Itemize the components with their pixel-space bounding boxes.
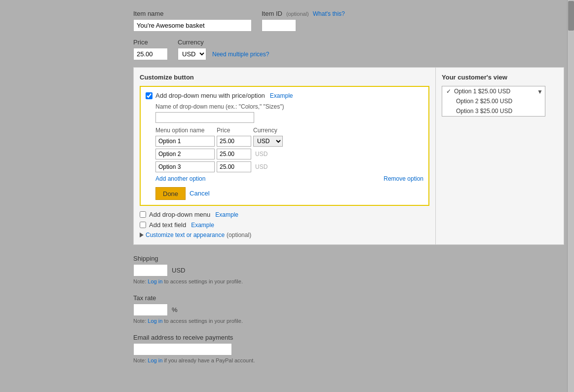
currency-select[interactable]: USD EUR GBP: [178, 48, 206, 60]
add-dropdown-menu-example-link[interactable]: Example: [215, 211, 238, 218]
shipping-input[interactable]: [133, 264, 168, 276]
cv-option-2[interactable]: Option 2 $25.00 USD: [442, 96, 545, 106]
item-name-label: Item name: [133, 10, 252, 17]
shipping-unit: USD: [172, 267, 185, 274]
email-log-in-link[interactable]: Log in: [148, 357, 162, 363]
col-currency-header: Currency: [253, 127, 288, 134]
cv-option-3[interactable]: Option 3 $25.00 USD: [442, 106, 545, 116]
add-dropdown-price-checkbox[interactable]: [146, 92, 153, 99]
cv-option-1[interactable]: ✓ Option 1 $25.00 USD: [442, 86, 545, 96]
currency-label: Currency: [178, 39, 269, 46]
shipping-log-in-link[interactable]: Log in: [148, 278, 162, 284]
customize-panel-title: Customize button: [140, 74, 429, 81]
option-1-currency-select[interactable]: USD EUR: [253, 136, 283, 147]
option-3-name-input[interactable]: [155, 161, 215, 172]
col-name-header: Menu option name: [155, 127, 215, 134]
add-text-field-checkbox[interactable]: [140, 222, 146, 228]
dropdown-name-input[interactable]: [155, 112, 254, 123]
add-text-field-label: Add text field: [149, 221, 186, 229]
shipping-label: Shipping: [133, 255, 564, 262]
whats-this-link[interactable]: What's this?: [313, 10, 345, 17]
customize-text-link[interactable]: Customize text or appearance: [146, 232, 225, 238]
add-dropdown-price-example-link[interactable]: Example: [270, 92, 293, 99]
item-id-optional: (optional): [286, 11, 309, 17]
option-2-name-input[interactable]: [155, 149, 215, 159]
tax-rate-label: Tax rate: [133, 294, 564, 302]
email-note-rest: if you already have a PayPal account.: [164, 357, 255, 363]
option-2-price-input[interactable]: [217, 149, 251, 159]
email-label: Email address to receive payments: [133, 334, 564, 341]
add-another-option-link[interactable]: Add another option: [155, 175, 205, 182]
scrollbar-thumb[interactable]: [568, 1, 574, 31]
tax-note: Note:: [133, 318, 146, 324]
customer-view-dropdown[interactable]: ✓ Option 1 $25.00 USD Option 2 $25.00 US…: [442, 86, 545, 117]
option-1-price-input[interactable]: [217, 136, 251, 147]
option-row-2: USD: [155, 149, 423, 159]
tax-rate-input[interactable]: [133, 304, 168, 316]
item-id-label: Item ID: [262, 10, 282, 17]
tax-rate-unit: %: [172, 306, 178, 314]
add-dropdown-menu-checkbox[interactable]: [140, 211, 146, 218]
option-row-1: USD EUR: [155, 136, 423, 147]
tax-note-rest: to access settings in your profile.: [164, 318, 243, 324]
option-2-currency-text: USD: [253, 151, 283, 157]
add-dropdown-menu-label: Add drop-down menu: [149, 211, 210, 218]
tax-log-in-link[interactable]: Log in: [148, 318, 162, 324]
option-3-currency-text: USD: [253, 163, 283, 170]
price-input[interactable]: [133, 48, 168, 60]
price-label: Price: [133, 39, 168, 46]
add-text-field-example-link[interactable]: Example: [191, 222, 214, 229]
cv-option-3-label: Option 3 $25.00 USD: [456, 108, 512, 115]
add-dropdown-price-label: Add drop-down menu with price/option: [155, 92, 265, 99]
cv-dropdown-arrow-icon: ▼: [537, 88, 543, 95]
option-1-name-input[interactable]: [155, 136, 215, 147]
customize-text-optional: (optional): [227, 232, 251, 238]
scrollbar[interactable]: [567, 0, 574, 373]
remove-option-link[interactable]: Remove option: [383, 175, 423, 182]
option-3-price-input[interactable]: [217, 161, 251, 172]
cv-option-1-label: Option 1 $25.00 USD: [454, 88, 510, 95]
email-input[interactable]: [133, 343, 232, 355]
customer-view-title: Your customer's view: [442, 74, 558, 81]
cv-check-icon: ✓: [446, 88, 451, 95]
triangle-icon: [140, 233, 144, 237]
email-note: Note:: [133, 357, 146, 363]
need-multiple-prices-link[interactable]: Need multiple prices?: [212, 51, 269, 58]
option-row-3: USD: [155, 161, 423, 172]
done-button[interactable]: Done: [155, 187, 186, 200]
item-id-input[interactable]: [262, 19, 296, 32]
col-price-header: Price: [217, 127, 251, 134]
shipping-note-rest: to access settings in your profile.: [164, 278, 243, 284]
cv-option-2-label: Option 2 $25.00 USD: [456, 98, 512, 105]
cancel-link[interactable]: Cancel: [190, 187, 209, 200]
item-name-input[interactable]: [133, 19, 252, 32]
shipping-note: Note:: [133, 278, 146, 284]
dropdown-name-label: Name of drop-down menu (ex.: "Colors," "…: [155, 103, 423, 110]
